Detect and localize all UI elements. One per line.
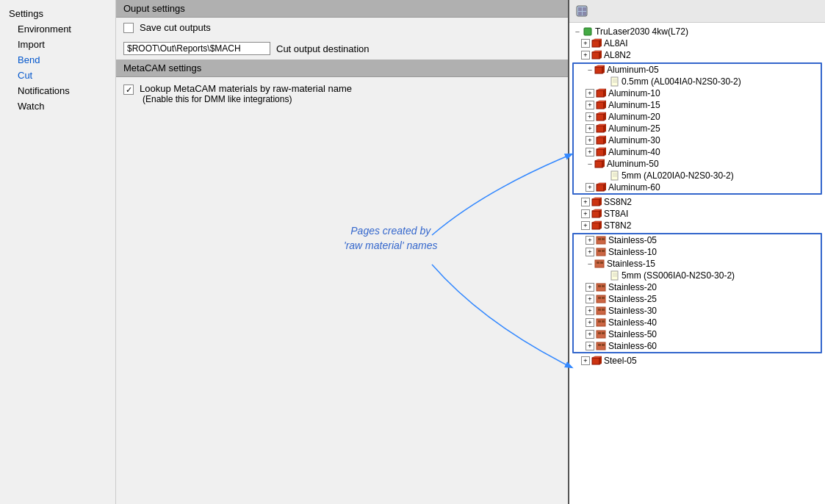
svg-marker-27 <box>604 112 606 120</box>
cube-icon <box>596 112 606 122</box>
sidebar-item-cut[interactable]: Cut <box>0 68 115 83</box>
svg-rect-9 <box>592 52 599 59</box>
svg-rect-3 <box>578 12 582 15</box>
tree-item-ss8n2[interactable]: + SS8N2 <box>569 196 825 208</box>
tree-item-al8n2[interactable]: + AL8N2 <box>569 49 825 61</box>
svg-marker-49 <box>599 198 602 206</box>
tree-item-st8n2[interactable]: + ST8N2 <box>569 220 825 231</box>
svg-rect-85 <box>598 344 601 346</box>
cube-icon <box>596 100 606 110</box>
cube-icon <box>596 147 606 157</box>
svg-marker-8 <box>599 39 602 47</box>
svg-marker-24 <box>604 101 606 109</box>
save-cut-row: Save cut outputs <box>116 18 568 37</box>
svg-rect-40 <box>611 171 618 180</box>
cube-icon-al8ai <box>591 38 602 48</box>
tree-item-stainless20[interactable]: + Stainless-20 <box>574 281 821 293</box>
svg-marker-33 <box>604 136 606 144</box>
save-cut-checkbox[interactable] <box>123 23 134 33</box>
svg-rect-73 <box>598 297 601 299</box>
destination-label: Cut output destination <box>276 43 369 54</box>
tree-item-aluminum40[interactable]: + Aluminum-40 <box>574 146 821 158</box>
annotation: Pages created by 'raw material' names <box>344 224 438 253</box>
svg-rect-53 <box>592 223 599 229</box>
main-content: Pages created by 'raw material' names Ou… <box>116 0 568 504</box>
svg-rect-1 <box>578 7 582 11</box>
destination-input[interactable] <box>123 42 270 55</box>
tree-item-stainless25[interactable]: + Stainless-25 <box>574 293 821 305</box>
svg-rect-4 <box>583 12 586 15</box>
svg-marker-36 <box>604 148 606 156</box>
tree-item-stainless15[interactable]: − Stainless-15 <box>574 258 821 270</box>
svg-rect-50 <box>592 211 599 217</box>
svg-rect-61 <box>602 250 605 252</box>
lookup-hint: (Enable this for DMM like integrations) <box>140 94 352 104</box>
lookup-checkbox[interactable] <box>123 84 134 95</box>
panel-icon-s30 <box>596 306 606 316</box>
svg-rect-65 <box>611 271 618 280</box>
svg-rect-31 <box>597 137 604 144</box>
svg-rect-34 <box>597 149 604 156</box>
panel-icon-s40 <box>596 317 606 328</box>
tree-item-stainless50[interactable]: + Stainless-50 <box>574 328 821 340</box>
svg-rect-5 <box>584 28 591 35</box>
svg-marker-11 <box>599 51 602 59</box>
sidebar-item-import[interactable]: Import <box>0 37 115 52</box>
cube-icon-steel05 <box>591 356 602 366</box>
tree-item-stainless30[interactable]: + Stainless-30 <box>574 305 821 317</box>
sidebar-item-environment[interactable]: Environment <box>0 21 115 37</box>
tree-item-stainless60[interactable]: + Stainless-60 <box>574 340 821 352</box>
tree-item-aluminum10[interactable]: + Aluminum-10 <box>574 87 821 99</box>
tree-item-st8ai[interactable]: + ST8AI <box>569 208 825 220</box>
cube-icon-st8n2 <box>591 220 602 231</box>
tree-view: − TruLaser2030 4kw(L72) + AL8AI + <box>569 23 825 504</box>
panel-icon-s05 <box>596 235 606 245</box>
metacam-settings-header: MetaCAM settings <box>116 60 568 77</box>
tree-item-aluminum20[interactable]: + Aluminum-20 <box>574 111 821 123</box>
save-cut-label: Save cut outputs <box>140 22 211 33</box>
tree-item-aluminum30[interactable]: + Aluminum-30 <box>574 134 821 146</box>
panel-icon-s25 <box>596 294 606 304</box>
sidebar-item-settings[interactable]: Settings <box>0 6 115 21</box>
svg-rect-82 <box>598 332 601 334</box>
cube-icon-st8ai <box>591 209 602 219</box>
tree-item-aluminum60[interactable]: + Aluminum-60 <box>574 181 821 193</box>
svg-rect-57 <box>598 238 601 240</box>
sidebar-item-notifications[interactable]: Notifications <box>0 83 115 98</box>
tree-item-aluminum50[interactable]: − Aluminum-50 <box>574 158 821 170</box>
expand-al8ai[interactable]: + <box>581 39 590 48</box>
panel-icon <box>575 4 588 18</box>
tree-item-aluminum15[interactable]: + Aluminum-15 <box>574 99 821 111</box>
tree-item-al020[interactable]: 5mm (AL020IA0-N2S0-30-2) <box>574 170 821 181</box>
svg-rect-64 <box>600 262 603 264</box>
svg-rect-6 <box>592 40 599 47</box>
tree-item-aluminum25[interactable]: + Aluminum-25 <box>574 123 821 134</box>
output-settings-header: Ouput settings <box>116 0 568 18</box>
svg-rect-58 <box>602 238 605 240</box>
expand-al8n2[interactable]: + <box>581 51 590 60</box>
svg-marker-46 <box>604 183 606 191</box>
panel-icon-s10 <box>596 247 606 257</box>
panel-icon-s60 <box>596 341 606 351</box>
tree-item-aluminum05[interactable]: − Aluminum-05 <box>574 64 821 76</box>
tree-item-steel05[interactable]: + Steel-05 <box>569 355 825 367</box>
svg-rect-77 <box>602 309 605 311</box>
svg-marker-39 <box>602 159 605 168</box>
sidebar-item-watch[interactable]: Watch <box>0 98 115 114</box>
svg-rect-63 <box>597 262 599 264</box>
lookup-row: Lookup MetaCAM materials by raw-material… <box>116 77 568 109</box>
tree-item-al004[interactable]: 0.5mm (AL004IA0-N2S0-30-2) <box>574 76 821 87</box>
tree-item-stainless40[interactable]: + Stainless-40 <box>574 317 821 328</box>
doc-icon-al004 <box>610 76 619 87</box>
tree-item-stainless05[interactable]: + Stainless-05 <box>574 234 821 246</box>
stainless-blue-box: + Stainless-05 + Stainless-10 − Stainles… <box>572 233 822 353</box>
tree-item-stainless10[interactable]: + Stainless-10 <box>574 246 821 258</box>
cube-icon-ss8n2 <box>591 197 602 207</box>
panel-icon-s15 <box>594 259 605 269</box>
tree-item-trulaser[interactable]: − TruLaser2030 4kw(L72) <box>569 26 825 37</box>
svg-rect-37 <box>595 161 602 168</box>
tree-item-ss006[interactable]: 5mm (SS006IA0-N2S0-30-2) <box>574 270 821 281</box>
tree-item-al8ai[interactable]: + AL8AI <box>569 37 825 49</box>
sidebar-item-bend[interactable]: Bend <box>0 52 115 68</box>
cube-icon-aluminum05 <box>594 65 605 75</box>
